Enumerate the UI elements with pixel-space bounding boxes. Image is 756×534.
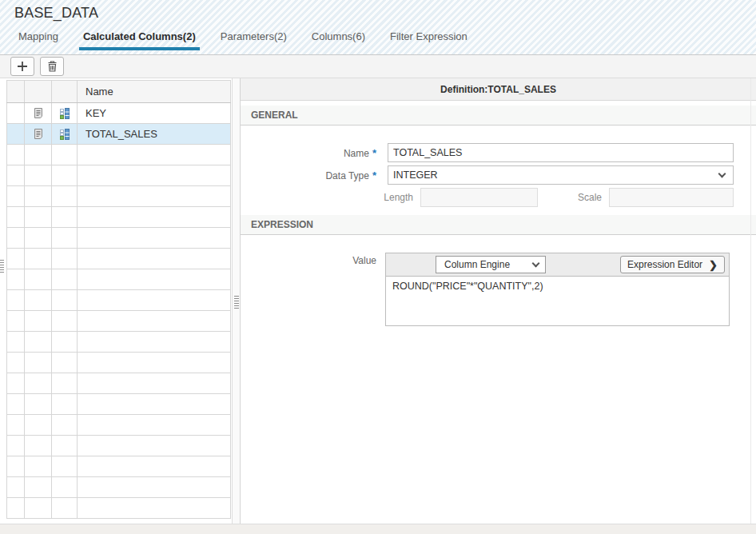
tab-label: Parameters(2)	[221, 30, 287, 42]
table-row-empty[interactable]	[7, 498, 231, 519]
data-type-select[interactable]: INTEGER	[388, 165, 734, 185]
expression-editor-button[interactable]: Expression Editor ❯	[620, 256, 725, 273]
columns-list-panel: Name	[0, 78, 232, 524]
definition-panel: Definition:TOTAL_SALES GENERAL Name* Dat…	[241, 78, 756, 524]
length-label: Length	[241, 192, 413, 203]
tab-filter-expression[interactable]: Filter Expression	[386, 30, 472, 50]
scale-label: Scale	[551, 192, 602, 203]
engine-select-value: Column Engine	[444, 259, 510, 270]
tab-parameters-2[interactable]: Parameters(2)	[217, 30, 291, 50]
expression-area: Value Column Engine Expression Editor ❯ …	[241, 235, 756, 326]
table-row-empty[interactable]	[7, 207, 231, 228]
calculation-view-editor: BASE_DATA Mapping Calculated Columns(2) …	[0, 0, 756, 534]
chevron-down-icon	[532, 260, 540, 268]
columns-table: Name	[6, 80, 231, 519]
length-input	[420, 188, 538, 207]
table-row-empty[interactable]	[7, 228, 231, 249]
table-row-empty[interactable]	[7, 249, 231, 269]
name-label: Name*	[241, 147, 376, 159]
calculated-column-icon	[52, 108, 77, 119]
definition-header: Definition:TOTAL_SALES	[241, 78, 756, 101]
delete-button[interactable]	[40, 57, 64, 76]
row-name: KEY	[78, 103, 231, 124]
tab-mapping[interactable]: Mapping	[14, 30, 62, 50]
general-form: Name* Data Type* INTEGER Length Scale	[241, 126, 756, 215]
section-general: GENERAL	[241, 106, 756, 126]
table-row-empty[interactable]	[7, 415, 231, 436]
calculated-column-icon	[52, 129, 77, 140]
name-input[interactable]	[388, 143, 734, 162]
table-row-empty[interactable]	[7, 269, 231, 290]
expression-toolbar: Column Engine Expression Editor ❯	[386, 253, 729, 276]
required-asterisk: *	[372, 169, 376, 181]
page-title: BASE_DATA	[14, 5, 756, 22]
trash-icon	[46, 60, 58, 73]
table-row-empty[interactable]	[7, 373, 231, 394]
panel-right-border	[750, 78, 751, 524]
engine-select[interactable]: Column Engine	[436, 256, 546, 273]
panel-splitter[interactable]	[232, 78, 241, 524]
value-label: Value	[241, 253, 376, 326]
data-type-value: INTEGER	[393, 169, 438, 181]
expression-box: Column Engine Expression Editor ❯ ROUND(…	[385, 253, 730, 326]
tab-label: Calculated Columns(2)	[83, 30, 196, 42]
table-row[interactable]: TOTAL_SALES	[7, 124, 231, 145]
active-tab-underline	[79, 47, 200, 50]
expression-textarea[interactable]: ROUND("PRICE"*"QUANTITY",2)	[386, 276, 729, 325]
row-name: TOTAL_SALES	[78, 124, 231, 145]
columns-table-body: KEY TOTAL_SALES	[7, 103, 231, 519]
tab-columns-6[interactable]: Columns(6)	[308, 30, 369, 50]
tab-label: Filter Expression	[390, 30, 468, 42]
plus-icon	[16, 60, 29, 73]
required-asterisk: *	[372, 147, 376, 159]
tab-label: Columns(6)	[312, 30, 365, 42]
table-row-empty[interactable]	[7, 145, 231, 165]
name-column-header: Name	[78, 81, 231, 103]
table-row-empty[interactable]	[7, 332, 231, 353]
table-row-empty[interactable]	[7, 477, 231, 498]
document-icon	[25, 107, 51, 119]
table-row-empty[interactable]	[7, 436, 231, 456]
splitter-grip-icon	[234, 296, 239, 309]
left-edge-splitter-grip[interactable]	[0, 260, 4, 273]
table-row-empty[interactable]	[7, 186, 231, 207]
tab-bar: Mapping Calculated Columns(2) Parameters…	[14, 30, 756, 50]
horizontal-scrollbar[interactable]	[0, 524, 756, 534]
table-row-empty[interactable]	[7, 353, 231, 373]
table-row-empty[interactable]	[7, 394, 231, 415]
tab-calculated-columns-2[interactable]: Calculated Columns(2)	[79, 30, 200, 50]
main-split: Name	[0, 78, 756, 524]
section-expression: EXPRESSION	[241, 215, 756, 235]
arrow-right-icon: ❯	[709, 259, 718, 271]
scale-input	[609, 188, 734, 207]
table-row-empty[interactable]	[7, 165, 231, 186]
table-row-empty[interactable]	[7, 456, 231, 477]
view-header: BASE_DATA Mapping Calculated Columns(2) …	[0, 0, 756, 54]
list-toolbar	[0, 54, 756, 78]
table-row-empty[interactable]	[7, 290, 231, 311]
add-button[interactable]	[10, 57, 34, 76]
data-type-label: Data Type*	[241, 169, 376, 181]
tab-label: Mapping	[18, 30, 58, 42]
chevron-down-icon	[718, 170, 726, 178]
table-row[interactable]: KEY	[7, 103, 231, 124]
table-row-empty[interactable]	[7, 311, 231, 332]
document-icon	[25, 128, 51, 140]
